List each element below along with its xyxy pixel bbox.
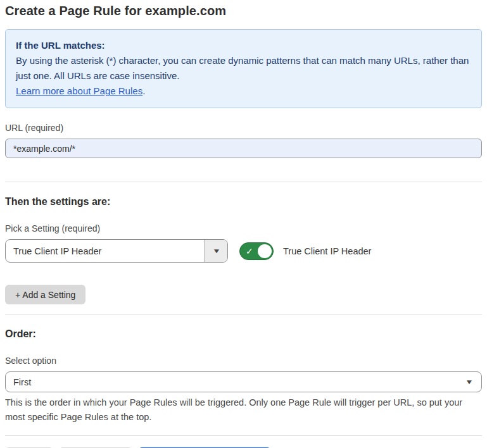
divider — [5, 182, 482, 182]
order-select[interactable]: First ▼ — [5, 371, 482, 392]
divider — [5, 314, 482, 314]
setting-dropdown-value: True Client IP Header — [6, 240, 205, 262]
true-client-ip-toggle[interactable]: ✓ — [239, 242, 274, 260]
url-match-info-box: If the URL matches: By using the asteris… — [5, 29, 482, 108]
toggle-knob — [258, 244, 272, 258]
toggle-label: True Client IP Header — [283, 246, 371, 256]
check-icon: ✓ — [246, 246, 253, 255]
pick-setting-label: Pick a Setting (required) — [5, 223, 482, 233]
info-box-link-line: Learn more about Page Rules. — [16, 84, 471, 99]
setting-row: True Client IP Header ▼ ✓ True Client IP… — [5, 239, 482, 263]
add-setting-button[interactable]: + Add a Setting — [5, 285, 85, 304]
url-input[interactable] — [5, 139, 482, 158]
create-page-rule-form: Create a Page Rule for example.com If th… — [0, 0, 487, 448]
chevron-down-icon: ▼ — [212, 247, 220, 254]
info-box-heading: If the URL matches: — [16, 38, 471, 53]
setting-dropdown-arrow-button[interactable]: ▼ — [205, 240, 227, 262]
link-suffix: . — [142, 85, 145, 96]
url-label: URL (required) — [5, 123, 482, 133]
settings-section-heading: Then the settings are: — [5, 196, 482, 208]
learn-more-link[interactable]: Learn more about Page Rules — [16, 85, 142, 96]
setting-dropdown[interactable]: True Client IP Header ▼ — [5, 239, 228, 263]
order-section-heading: Order: — [5, 328, 482, 340]
order-help-text: This is the order in which your Page Rul… — [5, 395, 482, 425]
divider — [5, 435, 482, 436]
order-select-value: First — [13, 377, 31, 387]
select-option-label: Select option — [5, 356, 482, 366]
info-box-body: By using the asterisk (*) character, you… — [16, 53, 471, 84]
page-title: Create a Page Rule for example.com — [5, 4, 482, 18]
chevron-down-icon: ▼ — [465, 378, 473, 385]
